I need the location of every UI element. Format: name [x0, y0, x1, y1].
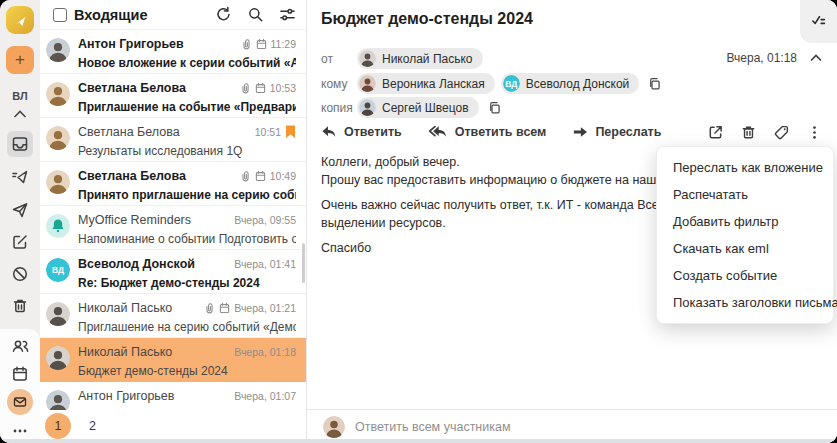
copy-cc-icon[interactable]: [487, 100, 502, 115]
left-rail: + ВЛ: [0, 0, 40, 443]
reply-all-button[interactable]: Ответить всем: [428, 125, 547, 139]
inbox-icon[interactable]: [7, 131, 33, 157]
email-time: 10:51: [255, 126, 281, 138]
drafts-icon[interactable]: [7, 229, 33, 255]
email-list-item[interactable]: Светлана Белова 10:51 Результаты исследо…: [40, 118, 306, 162]
sender-avatar: [46, 346, 70, 370]
quick-reply-placeholder: Ответить всем участникам: [355, 420, 511, 434]
email-sender: Светлана Белова: [78, 81, 234, 95]
sender-avatar: [46, 126, 70, 150]
email-sender: Всеволод Донской: [78, 257, 228, 271]
email-subject: Бюджет демо-стенды 2024: [78, 364, 296, 378]
email-sender: Светлана Белова: [78, 169, 234, 183]
date-row: Вчера, 01:18: [726, 51, 823, 65]
quick-reply-field[interactable]: Ответить всем участникам: [307, 409, 837, 443]
recipient-avatar: [359, 75, 376, 92]
collapse-header-icon[interactable]: [809, 53, 823, 63]
email-time: Вчера, 01:07: [234, 390, 296, 402]
forward-button[interactable]: Переслать: [572, 125, 661, 139]
email-list-item[interactable]: Антон Григорьев 11:29 Новое вложение к с…: [40, 30, 306, 74]
email-list-item[interactable]: Николай Пасько Вчера, 01:18 Бюджет демо-…: [40, 338, 306, 382]
refresh-icon[interactable]: [215, 6, 232, 23]
tag-icon[interactable]: [773, 124, 790, 141]
email-subject: Результаты исследования 1Q: [78, 144, 296, 158]
kebab-menu-icon[interactable]: [806, 124, 823, 141]
context-menu-item[interactable]: Создать событие: [657, 262, 833, 289]
context-menu: Переслать как вложение Распечатать Добав…: [656, 146, 834, 324]
spam-icon[interactable]: [7, 261, 33, 287]
email-sender: Антон Григорьев: [78, 37, 235, 51]
app-logo-icon[interactable]: [6, 6, 34, 34]
email-list-item[interactable]: MyOffice Reminders Вчера, 09:55 Напомина…: [40, 206, 306, 250]
context-menu-item[interactable]: Скачать как eml: [657, 235, 833, 262]
delete-icon[interactable]: [740, 124, 757, 141]
mail-icon[interactable]: [7, 389, 33, 415]
cc-label: копия: [321, 101, 357, 115]
email-list: Антон Григорьев 11:29 Новое вложение к с…: [40, 30, 306, 443]
event-icon: [256, 38, 267, 50]
sender-avatar: [46, 170, 70, 194]
compose-new-button[interactable]: +: [6, 46, 34, 74]
email-list-item[interactable]: Светлана Белова 10:53 Приглашение на соб…: [40, 74, 306, 118]
window-bottom-edge: [0, 439, 837, 443]
event-icon: [255, 82, 266, 94]
email-time: Вчера, 01:21: [234, 302, 296, 314]
email-sender: Светлана Белова: [78, 125, 249, 139]
search-icon[interactable]: [247, 6, 264, 23]
sender-avatar: [46, 302, 70, 326]
email-subject: Новое вложение к серии событий «Аналити.…: [78, 56, 296, 70]
email-subject: Приглашение на серию событий «Демо стен.…: [78, 320, 296, 334]
outbox-icon[interactable]: [7, 164, 33, 190]
recipient-avatar: ВД: [503, 75, 520, 92]
context-menu-item[interactable]: Добавить фильтр: [657, 208, 833, 235]
email-subject: Принято приглашение на серию событий «..…: [78, 188, 296, 202]
context-menu-item[interactable]: Переслать как вложение: [657, 154, 833, 181]
calendar-icon[interactable]: [7, 361, 33, 387]
page-2-button[interactable]: 2: [89, 419, 96, 433]
context-menu-item[interactable]: Распечатать: [657, 181, 833, 208]
reading-pane: Бюджет демо-стенды 2024 от Николай Паськ…: [306, 0, 837, 443]
flag-icon: [285, 125, 296, 139]
recipient-chip[interactable]: Вероника Ланская: [357, 73, 495, 94]
sent-icon[interactable]: [7, 197, 33, 223]
recipient-chip[interactable]: ВД Всеволод Донской: [501, 73, 640, 94]
sender-avatar: ВД: [46, 258, 70, 282]
context-menu-item[interactable]: Показать заголовки письма: [657, 289, 833, 316]
email-list-item[interactable]: ВД Всеволод Донской Вчера, 01:41 R: [40, 250, 306, 294]
to-label: кому: [321, 77, 357, 91]
open-in-new-icon[interactable]: [707, 124, 724, 141]
list-header: Входящие: [40, 0, 306, 30]
collapse-account-icon[interactable]: [11, 108, 29, 120]
account-initials[interactable]: ВЛ: [0, 90, 40, 102]
recipient-chip[interactable]: Николай Пасько: [357, 48, 483, 69]
email-list-panel: Входящие Антон Григорьев: [40, 0, 306, 443]
recipient-name: Сергей Швецов: [382, 101, 469, 115]
page-1-button[interactable]: 1: [45, 413, 71, 439]
email-time: 11:29: [271, 38, 297, 50]
select-all-checkbox[interactable]: [53, 8, 67, 22]
email-time: Вчера, 09:55: [234, 214, 296, 226]
sender-avatar: [46, 214, 70, 238]
event-icon: [219, 302, 230, 314]
copy-recipients-icon[interactable]: [647, 76, 662, 91]
filter-icon[interactable]: [279, 6, 296, 23]
email-sender: Антон Григорьев: [78, 389, 228, 403]
email-time: Вчера, 01:18: [234, 346, 296, 358]
email-time: 10:49: [270, 170, 296, 182]
user-avatar: [323, 416, 345, 438]
email-list-item[interactable]: Николай Пасько Вчера, 01:21 Приглашение …: [40, 294, 306, 338]
email-time: 10:53: [270, 82, 296, 94]
trash-icon[interactable]: [7, 293, 33, 319]
email-list-item[interactable]: Светлана Белова 10:49 Принято приглашени…: [40, 162, 306, 206]
recipient-chip[interactable]: Сергей Швецов: [357, 97, 479, 118]
email-subject: Приглашение на событие «Предварительно..…: [78, 100, 296, 114]
mail-date: Вчера, 01:18: [726, 51, 797, 65]
email-subject: Напоминание о событии Подготовить отчет.…: [78, 232, 296, 246]
contacts-icon[interactable]: [7, 333, 33, 359]
sender-avatar: [46, 38, 70, 62]
mail-actions-row: Ответить Ответить всем Переслать: [321, 120, 823, 144]
list-scrollbar[interactable]: [302, 243, 305, 283]
checklist-icon[interactable]: [800, 0, 837, 43]
sender-avatar: [46, 82, 70, 106]
reply-button[interactable]: Ответить: [321, 125, 402, 139]
